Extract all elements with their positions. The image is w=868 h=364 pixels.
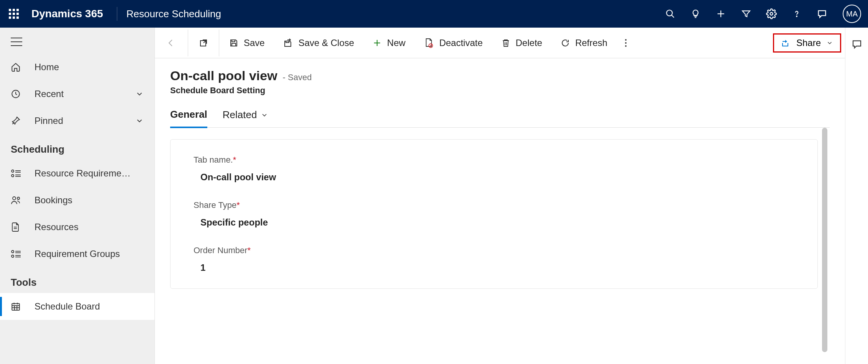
field-value-share-type[interactable]: Specific people [200, 217, 794, 228]
svg-rect-33 [232, 40, 235, 42]
field-value-order-number[interactable]: 1 [200, 262, 794, 273]
top-header: Dynamics 365 Resource Scheduling MA [0, 0, 868, 28]
document-icon [11, 222, 20, 232]
svg-rect-34 [232, 43, 236, 46]
search-icon [665, 9, 675, 19]
lightbulb-button[interactable] [684, 2, 707, 25]
field-value-tab-name[interactable]: On-call pool view [200, 172, 794, 183]
svg-line-1 [671, 15, 674, 18]
tab-related[interactable]: Related [223, 109, 269, 127]
side-rail [845, 28, 868, 364]
people-icon [11, 196, 21, 205]
nav-label: Recent [34, 89, 135, 99]
back-button[interactable] [155, 28, 187, 58]
nav-section-tools: Tools [0, 267, 154, 293]
add-button[interactable] [709, 2, 732, 25]
svg-point-8 [11, 170, 14, 172]
app-launcher-button[interactable] [0, 0, 28, 28]
settings-button[interactable] [760, 2, 783, 25]
cmd-label: New [387, 38, 405, 48]
nav-label: Requirement Groups [34, 249, 154, 259]
brand-text: Dynamics 365 [28, 8, 114, 20]
svg-point-44 [625, 45, 627, 47]
scrollbar-thumb[interactable] [822, 128, 827, 352]
nav-schedule-board[interactable]: Schedule Board [0, 293, 154, 320]
command-bar: Save Save & Close New Deactivate Delete … [155, 28, 845, 58]
list-icon [11, 169, 21, 178]
chat-icon [851, 38, 863, 50]
field-label-tab-name: Tab name.* [194, 155, 794, 165]
cmd-label: Save [244, 38, 265, 48]
nav-home[interactable]: Home [0, 54, 154, 81]
record-title: On-call pool view [170, 68, 277, 83]
pin-icon [11, 116, 21, 126]
nav-resources[interactable]: Resources [0, 214, 154, 240]
funnel-icon [741, 9, 751, 19]
plus-icon [716, 9, 726, 19]
svg-point-19 [11, 255, 14, 257]
cmd-label: Delete [516, 38, 542, 48]
record-entity-name: Schedule Board Setting [170, 86, 830, 96]
chevron-down-icon [135, 90, 144, 98]
save-close-button[interactable]: Save & Close [274, 28, 363, 58]
share-icon [781, 38, 791, 48]
scrollbar[interactable] [822, 128, 827, 364]
help-button[interactable] [785, 2, 808, 25]
app-name: Resource Scheduling [126, 8, 221, 20]
main-content: Save Save & Close New Deactivate Delete … [155, 28, 845, 364]
new-button[interactable]: New [363, 28, 415, 58]
nav-label: Home [34, 62, 154, 72]
chevron-down-icon [261, 111, 268, 119]
nav-toggle-button[interactable] [0, 31, 154, 54]
refresh-button[interactable]: Refresh [551, 28, 617, 58]
form-card: Tab name.* On-call pool view Share Type*… [170, 139, 818, 289]
filter-button[interactable] [735, 2, 758, 25]
assistant-button[interactable] [811, 2, 834, 25]
svg-point-0 [666, 10, 672, 16]
svg-point-14 [13, 197, 16, 200]
waffle-icon [9, 9, 19, 19]
svg-point-43 [625, 42, 627, 44]
field-label-share-type: Share Type* [194, 200, 794, 210]
user-avatar[interactable]: MA [843, 5, 861, 23]
svg-point-42 [625, 39, 627, 41]
nav-bookings[interactable]: Bookings [0, 187, 154, 214]
svg-point-9 [11, 175, 14, 177]
calendar-icon [11, 301, 21, 311]
share-button[interactable]: Share [773, 33, 841, 53]
more-commands-button[interactable] [617, 28, 635, 58]
header-actions: MA [659, 2, 861, 25]
gear-icon [766, 8, 777, 19]
nav-label: Resources [34, 222, 154, 232]
arrow-left-icon [166, 38, 176, 48]
deactivate-icon [424, 38, 434, 48]
nav-section-scheduling: Scheduling [0, 134, 154, 160]
chat-icon [817, 8, 827, 19]
open-new-window-button[interactable] [189, 28, 218, 58]
refresh-icon [561, 38, 570, 48]
save-button[interactable]: Save [220, 28, 274, 58]
svg-point-5 [796, 16, 797, 17]
open-new-window-icon [199, 38, 208, 48]
plus-icon [372, 38, 382, 48]
list-icon [11, 250, 21, 258]
deactivate-button[interactable]: Deactivate [415, 28, 492, 58]
nav-resource-requirements[interactable]: Resource Requireme… [0, 160, 154, 187]
home-icon [11, 62, 21, 72]
svg-point-4 [770, 13, 773, 15]
question-icon [792, 9, 802, 19]
svg-rect-24 [12, 303, 20, 310]
cmd-label: Refresh [575, 38, 607, 48]
tab-label: General [170, 109, 207, 120]
delete-button[interactable]: Delete [492, 28, 551, 58]
nav-pinned[interactable]: Pinned [0, 107, 154, 134]
search-button[interactable] [659, 2, 682, 25]
cmd-label: Share [796, 38, 821, 48]
tab-general[interactable]: General [170, 109, 207, 128]
assistant-panel-button[interactable] [851, 38, 863, 50]
nav-requirement-groups[interactable]: Requirement Groups [0, 240, 154, 267]
nav-recent[interactable]: Recent [0, 81, 154, 107]
more-vertical-icon [624, 38, 627, 48]
cmd-label: Save & Close [299, 38, 354, 48]
svg-point-18 [11, 250, 14, 253]
